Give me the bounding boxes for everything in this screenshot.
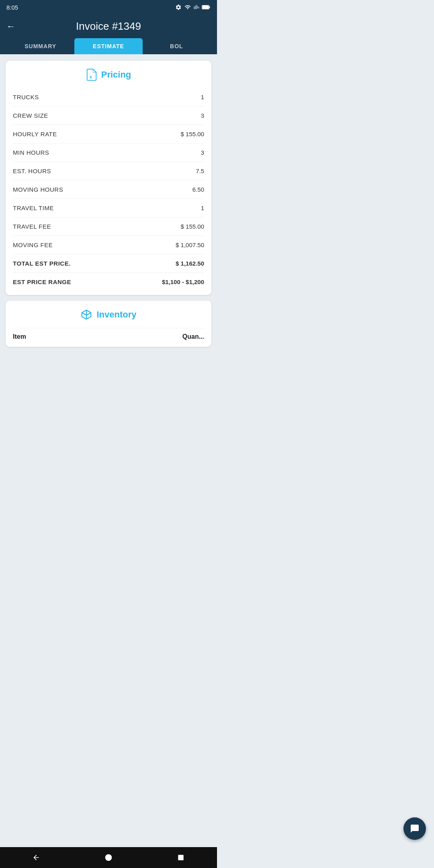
pricing-label-moving-fee: MOVING FEE	[13, 242, 53, 248]
pricing-label-trucks: TRUCKS	[13, 94, 39, 100]
pricing-value-trucks: 1	[201, 94, 204, 100]
pricing-label-min-hours: MIN HOURS	[13, 149, 49, 156]
pricing-card: $ Pricing TRUCKS 1 CREW SIZE 3 HOURLY RA…	[6, 61, 211, 295]
inventory-col-item: Item	[13, 333, 26, 340]
inventory-icon	[80, 309, 92, 321]
pricing-label-est-hours: EST. HOURS	[13, 168, 51, 174]
pricing-card-header: $ Pricing	[13, 69, 204, 81]
main-content: $ Pricing TRUCKS 1 CREW SIZE 3 HOURLY RA…	[0, 54, 217, 353]
pricing-value-hourly-rate: $ 155.00	[181, 131, 204, 137]
header: ← Invoice #1349 SUMMARY ESTIMATE BOL	[0, 14, 217, 54]
pricing-label-moving-hours: MOVING HOURS	[13, 186, 63, 193]
pricing-row-crew-size: CREW SIZE 3	[13, 106, 204, 125]
pricing-title: Pricing	[101, 70, 131, 80]
inventory-card-header: Inventory	[13, 309, 204, 321]
settings-icon	[175, 4, 182, 10]
svg-text:$: $	[90, 75, 92, 79]
wifi-icon	[184, 4, 191, 10]
pricing-label-travel-time: TRAVEL TIME	[13, 205, 54, 211]
pricing-value-est-hours: 7.5	[196, 168, 204, 174]
pricing-row-travel-time: TRAVEL TIME 1	[13, 199, 204, 217]
status-time: 8:05	[6, 4, 18, 11]
svg-rect-2	[203, 6, 209, 9]
pricing-row-est-price-range: EST PRICE RANGE $1,100 - $1,200	[13, 273, 204, 291]
inventory-title: Inventory	[96, 309, 136, 320]
back-button[interactable]: ←	[6, 21, 15, 32]
pricing-row-min-hours: MIN HOURS 3	[13, 143, 204, 162]
pricing-value-moving-hours: 6.50	[192, 186, 204, 193]
battery-icon	[202, 4, 211, 10]
pricing-row-moving-fee: MOVING FEE $ 1,007.50	[13, 236, 204, 254]
pricing-row-trucks: TRUCKS 1	[13, 88, 204, 106]
tab-bar: SUMMARY ESTIMATE BOL	[6, 38, 211, 54]
inventory-card: Inventory Item Quan...	[6, 301, 211, 347]
pricing-value-moving-fee: $ 1,007.50	[176, 242, 204, 248]
status-bar: 8:05	[0, 0, 217, 14]
status-icons	[175, 4, 211, 10]
pricing-icon: $	[86, 69, 97, 81]
pricing-value-travel-time: 1	[201, 205, 204, 211]
pricing-label-total-est-price: TOTAL EST PRICE.	[13, 260, 71, 267]
pricing-value-crew-size: 3	[201, 112, 204, 119]
tab-estimate[interactable]: ESTIMATE	[74, 38, 142, 54]
tab-bol[interactable]: BOL	[143, 38, 211, 54]
pricing-row-est-hours: EST. HOURS 7.5	[13, 162, 204, 180]
signal-icon	[194, 4, 199, 10]
pricing-value-est-price-range: $1,100 - $1,200	[162, 278, 204, 285]
pricing-value-travel-fee: $ 155.00	[181, 223, 204, 230]
pricing-value-total-est-price: $ 1,162.50	[176, 260, 204, 267]
pricing-label-est-price-range: EST PRICE RANGE	[13, 278, 71, 285]
page-title: Invoice #1349	[20, 20, 211, 33]
inventory-col-quantity: Quan...	[182, 333, 204, 340]
pricing-label-hourly-rate: HOURLY RATE	[13, 131, 57, 137]
inventory-column-headers: Item Quan...	[13, 328, 204, 343]
pricing-row-total-est-price: TOTAL EST PRICE. $ 1,162.50	[13, 254, 204, 273]
svg-rect-1	[209, 6, 210, 8]
pricing-label-travel-fee: TRAVEL FEE	[13, 223, 51, 230]
pricing-value-min-hours: 3	[201, 149, 204, 156]
pricing-label-crew-size: CREW SIZE	[13, 112, 48, 119]
pricing-row-travel-fee: TRAVEL FEE $ 155.00	[13, 217, 204, 236]
pricing-row-hourly-rate: HOURLY RATE $ 155.00	[13, 125, 204, 143]
tab-summary[interactable]: SUMMARY	[6, 38, 74, 54]
pricing-row-moving-hours: MOVING HOURS 6.50	[13, 180, 204, 199]
